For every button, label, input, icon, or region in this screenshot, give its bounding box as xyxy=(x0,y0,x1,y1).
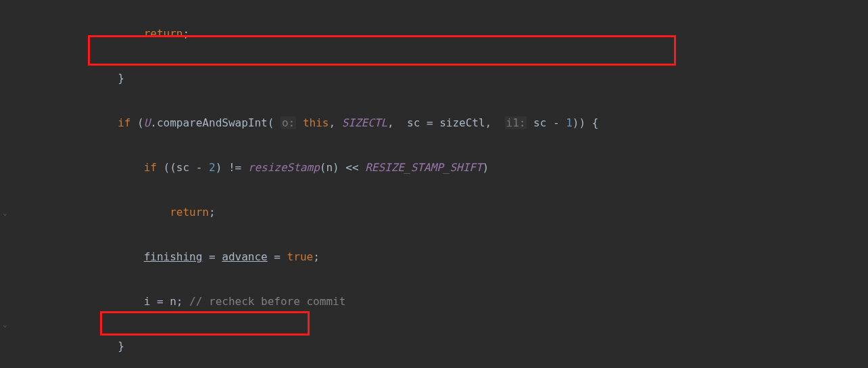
param-hint: o: xyxy=(281,116,296,129)
text: sc - xyxy=(533,116,566,129)
gutter: ⌄ ⌄ xyxy=(0,0,14,179)
method-call: compareAndSwapInt xyxy=(157,116,268,129)
code-area[interactable]: return; } if (U.compareAndSwapInt( o: th… xyxy=(14,0,598,368)
field-advance: advance xyxy=(222,250,267,263)
code-line[interactable]: return; xyxy=(14,22,598,45)
brace: } xyxy=(118,340,124,352)
text: ( xyxy=(130,116,143,129)
keyword-return: return xyxy=(170,206,209,218)
code-editor[interactable]: ⌄ ⌄ return; } if (U.compareAndSwapInt( o… xyxy=(0,0,868,179)
fold-marker-icon[interactable]: ⌄ xyxy=(3,321,9,328)
text: = xyxy=(268,250,287,263)
code-line[interactable]: if (U.compareAndSwapInt( o: this, SIZECT… xyxy=(14,112,598,134)
param-hint: i1: xyxy=(505,116,527,129)
text: = xyxy=(202,250,222,263)
keyword-true: true xyxy=(287,250,314,263)
text: ; xyxy=(209,206,216,218)
const-sizectl: SIZECTL xyxy=(342,116,387,129)
brace: } xyxy=(118,72,124,85)
fold-marker-icon[interactable]: ⌄ xyxy=(3,210,9,216)
method-resizeStamp: resizeStamp xyxy=(248,161,320,174)
text: ( xyxy=(268,116,281,129)
keyword-if: if xyxy=(118,116,130,129)
code-line[interactable]: finishing = advance = true; xyxy=(14,246,598,268)
text: ) != xyxy=(216,161,248,174)
code-line[interactable]: } xyxy=(14,67,598,89)
text: i = n; xyxy=(144,295,189,308)
keyword-this: this xyxy=(303,116,329,129)
field-U: U xyxy=(144,116,151,129)
text: ; xyxy=(313,250,320,263)
text: ; xyxy=(183,27,189,40)
const-resize-stamp-shift: RESIZE_STAMP_SHIFT xyxy=(365,161,482,174)
text: , sc = sizeCtl, xyxy=(387,116,504,129)
number: 1 xyxy=(566,116,573,129)
text: (n) << xyxy=(320,161,365,174)
number: 2 xyxy=(209,161,216,174)
text: , xyxy=(329,116,341,129)
code-line[interactable]: i = n; // recheck before commit xyxy=(14,290,598,313)
keyword-if: if xyxy=(144,161,157,174)
text: . xyxy=(150,116,157,129)
field-finishing: finishing xyxy=(144,250,203,263)
code-line[interactable]: return; xyxy=(14,201,598,223)
text: ((sc - xyxy=(157,161,209,174)
text xyxy=(296,116,303,129)
text: )) { xyxy=(573,116,599,129)
code-line[interactable]: } xyxy=(14,335,598,357)
code-line[interactable]: if ((sc - 2) != resizeStamp(n) << RESIZE… xyxy=(14,156,598,179)
keyword-return: return xyxy=(144,27,183,40)
text: ) xyxy=(483,161,489,174)
text xyxy=(527,116,533,129)
comment: // recheck before commit xyxy=(189,295,345,308)
